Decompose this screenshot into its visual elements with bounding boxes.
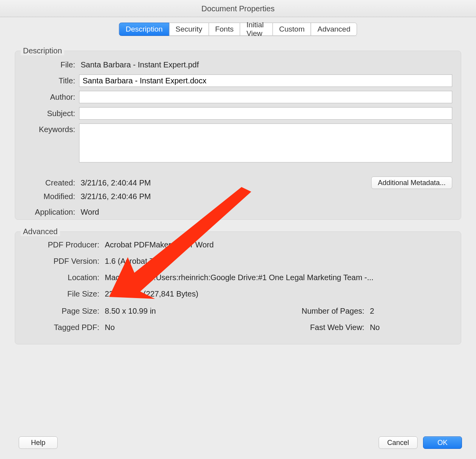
created-label: Created: <box>15 178 79 187</box>
location-value: Macintosh HD:Users:rheinrich:Google Driv… <box>103 273 461 282</box>
producer-value: Acrobat PDFMaker 15 for Word <box>103 240 461 249</box>
filesize-label: File Size: <box>15 290 103 298</box>
keywords-input[interactable] <box>79 124 452 162</box>
fastweb-label: Fast Web View: <box>282 323 368 332</box>
filesize-value: 222.50 KB (227,841 Bytes) <box>103 290 461 298</box>
application-value: Word <box>79 208 461 217</box>
description-group: Description File: Santa Barbara - Instan… <box>15 51 461 220</box>
modified-label: Modified: <box>15 192 79 201</box>
help-button[interactable]: Help <box>19 436 58 449</box>
advanced-group: Advanced PDF Producer: Acrobat PDFMaker … <box>15 231 461 344</box>
tab-custom[interactable]: Custom <box>273 23 311 36</box>
dialog-button-bar: Help Cancel OK <box>13 436 462 449</box>
subject-label: Subject: <box>15 109 79 118</box>
tab-initial-view[interactable]: Initial View <box>240 23 273 36</box>
document-properties-dialog: Document Properties Description Security… <box>0 0 476 459</box>
window-title: Document Properties <box>0 0 476 17</box>
additional-metadata-button[interactable]: Additional Metadata... <box>371 177 452 189</box>
keywords-label: Keywords: <box>15 124 79 134</box>
fastweb-value: No <box>368 323 391 332</box>
author-input[interactable] <box>79 91 452 103</box>
cancel-button[interactable]: Cancel <box>379 436 418 449</box>
application-label: Application: <box>15 208 79 217</box>
tab-description[interactable]: Description <box>119 23 169 36</box>
pagesize-label: Page Size: <box>15 307 103 316</box>
location-label: Location: <box>15 273 103 282</box>
ok-button[interactable]: OK <box>423 436 462 449</box>
numpages-label: Number of Pages: <box>282 307 368 316</box>
tab-fonts[interactable]: Fonts <box>208 23 240 36</box>
tab-security[interactable]: Security <box>169 23 209 36</box>
tagged-value: No <box>103 323 282 332</box>
pagesize-value: 8.50 x 10.99 in <box>103 307 282 316</box>
created-value: 3/21/16, 2:40:44 PM <box>79 178 371 187</box>
advanced-legend: Advanced <box>21 227 60 236</box>
file-value: Santa Barbara - Instant Expert.pdf <box>79 60 461 69</box>
subject-input[interactable] <box>79 107 452 120</box>
version-label: PDF Version: <box>15 257 103 266</box>
tab-bar: Description Security Fonts Initial View … <box>119 23 357 36</box>
title-input[interactable] <box>79 74 452 87</box>
title-label: Title: <box>15 76 79 85</box>
producer-label: PDF Producer: <box>15 240 103 249</box>
version-value: 1.6 (Acrobat 7.x) <box>103 257 461 266</box>
numpages-value: 2 <box>368 307 391 316</box>
tab-advanced[interactable]: Advanced <box>311 23 357 36</box>
tagged-label: Tagged PDF: <box>15 323 103 332</box>
author-label: Author: <box>15 93 79 102</box>
description-legend: Description <box>21 46 64 55</box>
modified-value: 3/21/16, 2:40:46 PM <box>79 192 461 201</box>
file-label: File: <box>15 60 79 69</box>
